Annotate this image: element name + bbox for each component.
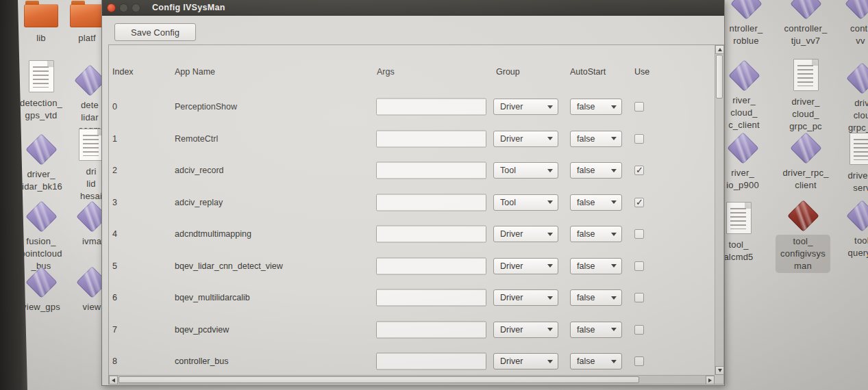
autostart-select-value: false — [571, 325, 611, 335]
autostart-select[interactable]: false — [570, 99, 622, 115]
group-select-value: Driver — [494, 261, 547, 271]
chevron-down-icon — [547, 200, 553, 204]
group-select[interactable]: Tool — [493, 194, 558, 211]
row-app-name: adcndtmultimapping — [175, 229, 251, 239]
args-input[interactable] — [376, 194, 486, 211]
maximize-button[interactable] — [132, 3, 140, 12]
chevron-down-icon — [611, 328, 617, 331]
autostart-select[interactable]: false — [570, 226, 622, 242]
minimize-button[interactable] — [119, 3, 128, 12]
row-app-name: adciv_record — [175, 166, 224, 175]
row-index: 7 — [112, 325, 117, 335]
args-input[interactable] — [376, 353, 486, 370]
vertical-scrollbar-thumb[interactable] — [716, 55, 723, 99]
desktop-icon-controller-vv[interactable]: contrvv — [818, 0, 868, 47]
row-index: 6 — [112, 293, 117, 302]
use-checkbox[interactable]: ✓ — [634, 166, 644, 175]
column-header-index: Index — [112, 67, 134, 77]
group-select[interactable]: Driver — [493, 131, 558, 147]
use-checkbox[interactable]: ✓ — [634, 261, 644, 271]
args-input[interactable] — [376, 99, 486, 116]
args-input[interactable] — [376, 162, 486, 179]
column-header-group: Group — [496, 67, 520, 77]
group-select[interactable]: Tool — [493, 162, 558, 179]
check-icon: ✓ — [636, 198, 643, 207]
scroll-right-button[interactable] — [706, 376, 715, 385]
row-app-name: PerceptionShow — [175, 102, 237, 112]
autostart-select[interactable]: false — [570, 131, 622, 147]
group-select[interactable]: Driver — [493, 353, 558, 369]
autostart-select[interactable]: false — [570, 322, 622, 338]
use-checkbox[interactable]: ✓ — [634, 293, 644, 302]
chevron-down-icon — [547, 296, 553, 300]
table-row: 0 PerceptionShow Driver false ✓ — [110, 91, 714, 122]
row-app-name: bqev_pcdview — [175, 325, 229, 335]
group-select[interactable]: Driver — [493, 258, 558, 274]
horizontal-scrollbar[interactable] — [109, 375, 715, 384]
column-header-app-name: App Name — [175, 67, 215, 77]
args-input[interactable] — [376, 226, 486, 243]
table-row: 4 adcndtmultimapping Driver false ✓ — [110, 218, 714, 250]
row-index: 8 — [112, 356, 117, 366]
group-select[interactable]: Driver — [493, 289, 558, 306]
use-checkbox[interactable]: ✓ — [634, 134, 644, 144]
row-app-name: bqev_multilidarcalib — [175, 293, 250, 302]
app-icon — [790, 132, 822, 164]
desktop-icon-tool-querym[interactable]: toolqueryn — [819, 199, 868, 259]
column-header-args: Args — [377, 67, 395, 77]
chevron-down-icon — [547, 360, 553, 363]
window-titlebar[interactable]: Config IVSysMan — [102, 0, 724, 16]
args-input[interactable] — [376, 130, 486, 147]
app-icon — [790, 0, 822, 19]
desktop-icon-label: drivclougrpc_s — [819, 97, 868, 134]
check-icon: ✓ — [636, 166, 643, 174]
document-icon — [850, 133, 868, 165]
chevron-down-icon — [547, 105, 553, 109]
group-select-value: Driver — [494, 102, 547, 112]
row-index: 2 — [112, 166, 117, 175]
autostart-select[interactable]: false — [570, 289, 622, 306]
use-checkbox[interactable]: ✓ — [634, 356, 644, 366]
scroll-left-button[interactable] — [109, 376, 118, 385]
table-row: 6 bqev_multilidarcalib Driver false ✓ — [110, 282, 714, 313]
desktop-icon-driver-server[interactable]: driver_serv — [819, 130, 868, 194]
group-select[interactable]: Driver — [493, 322, 558, 338]
autostart-select[interactable]: false — [570, 353, 622, 369]
scroll-up-button[interactable] — [715, 45, 724, 54]
group-select[interactable]: Driver — [493, 226, 558, 242]
document-icon — [793, 59, 819, 91]
row-app-name: controller_bus — [175, 356, 229, 366]
folder-icon — [70, 4, 104, 27]
autostart-select[interactable]: false — [570, 258, 622, 274]
autostart-select-value: false — [571, 356, 611, 366]
chevron-down-icon — [547, 264, 553, 268]
autostart-select[interactable]: false — [570, 194, 622, 211]
args-input[interactable] — [376, 321, 486, 338]
autostart-select-value: false — [571, 261, 611, 271]
close-button[interactable] — [107, 3, 116, 12]
row-index: 3 — [112, 198, 117, 207]
chevron-down-icon — [547, 169, 553, 172]
scroll-down-button[interactable] — [715, 366, 724, 375]
args-input[interactable] — [376, 257, 486, 274]
desktop-icon-driver-cloud-grpc-s[interactable]: drivclougrpc_s — [819, 62, 868, 134]
use-checkbox[interactable]: ✓ — [634, 102, 644, 112]
table-header: Index App Name Args Group AutoStart Use — [110, 67, 714, 81]
desktop-icon-label: contrvv — [818, 23, 868, 47]
save-config-button[interactable]: Save Config — [114, 23, 196, 41]
args-input[interactable] — [376, 289, 486, 307]
group-select-value: Driver — [494, 293, 547, 302]
horizontal-scrollbar-thumb[interactable] — [119, 376, 639, 383]
group-select[interactable]: Driver — [493, 99, 558, 115]
use-checkbox[interactable]: ✓ — [634, 198, 644, 207]
autostart-select-value: false — [571, 293, 611, 302]
autostart-select[interactable]: false — [570, 162, 622, 179]
table-row: 2 adciv_record Tool false ✓ — [110, 155, 714, 186]
use-checkbox[interactable]: ✓ — [634, 325, 644, 335]
use-checkbox[interactable]: ✓ — [634, 229, 644, 239]
column-header-autostart: AutoStart — [570, 67, 606, 77]
scrollbar-corner — [715, 375, 723, 384]
vertical-scrollbar[interactable] — [715, 45, 723, 375]
desktop-icon-label: driver_serv — [819, 170, 868, 194]
chevron-down-icon — [547, 233, 553, 236]
